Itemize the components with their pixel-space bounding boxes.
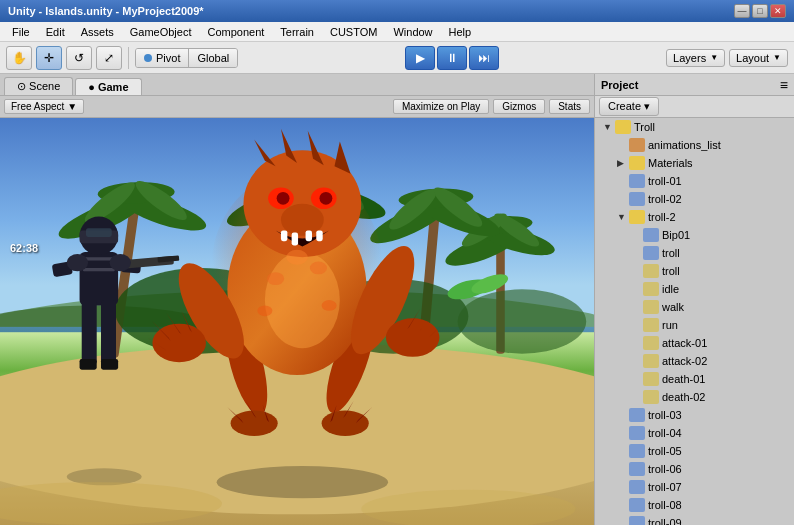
editor-tabs: ⊙ Scene ● Game: [0, 74, 594, 96]
menu-component[interactable]: Component: [199, 24, 272, 40]
tree-item-icon: [629, 192, 645, 206]
project-toolbar: Create ▾: [595, 96, 794, 118]
maximize-button[interactable]: □: [752, 4, 768, 18]
tree-item-death-01[interactable]: death-01: [595, 370, 794, 388]
tree-item-death-02[interactable]: death-02: [595, 388, 794, 406]
tree-item-walk[interactable]: walk: [595, 298, 794, 316]
tree-item-attack-02[interactable]: attack-02: [595, 352, 794, 370]
layout-dropdown[interactable]: Layout ▼: [729, 49, 788, 67]
menu-edit[interactable]: Edit: [38, 24, 73, 40]
layers-dropdown[interactable]: Layers ▼: [666, 49, 725, 67]
svg-point-84: [257, 305, 272, 316]
menu-gameobject[interactable]: GameObject: [122, 24, 200, 40]
svg-point-83: [286, 250, 307, 265]
coordinates-display: 62:38: [10, 242, 38, 254]
tree-item-label: animations_list: [648, 139, 721, 151]
tree-item-troll-04[interactable]: troll-04: [595, 424, 794, 442]
tree-item-troll-mesh[interactable]: troll: [595, 262, 794, 280]
layout-label: Layout: [736, 52, 769, 64]
layout-arrow-icon: ▼: [773, 53, 781, 62]
tree-item-label: troll-02: [648, 193, 682, 205]
pivot-button[interactable]: Pivot: [136, 49, 189, 67]
svg-point-87: [322, 410, 369, 436]
tree-item-idle[interactable]: idle: [595, 280, 794, 298]
game-tab[interactable]: ● Game: [75, 78, 141, 95]
svg-rect-42: [101, 359, 118, 370]
move-tool-button[interactable]: ✛: [36, 46, 62, 70]
tree-item-icon: [629, 516, 645, 525]
menu-help[interactable]: Help: [441, 24, 480, 40]
step-button[interactable]: ⏭: [469, 46, 499, 70]
tree-item-troll-02[interactable]: troll-02: [595, 190, 794, 208]
tree-item-label: troll-08: [648, 499, 682, 511]
tree-item-icon: [629, 210, 645, 224]
scene-svg: [0, 118, 594, 525]
svg-rect-38: [86, 228, 112, 237]
svg-rect-62: [281, 230, 287, 241]
tree-item-icon: [629, 408, 645, 422]
tree-item-label: attack-01: [662, 337, 707, 349]
tree-item-label: troll-09: [648, 517, 682, 525]
minimize-button[interactable]: —: [734, 4, 750, 18]
tree-item-troll-03[interactable]: troll-03: [595, 406, 794, 424]
svg-rect-40: [101, 300, 116, 364]
gizmos-button[interactable]: Gizmos: [493, 99, 545, 114]
project-menu-icon[interactable]: ≡: [780, 77, 788, 93]
menu-file[interactable]: File: [4, 24, 38, 40]
tree-item-troll-2[interactable]: ▼troll-2: [595, 208, 794, 226]
play-button[interactable]: ▶: [405, 46, 435, 70]
scale-tool-button[interactable]: ⤢: [96, 46, 122, 70]
rotate-tool-button[interactable]: ↺: [66, 46, 92, 70]
tree-item-troll-01[interactable]: troll-01: [595, 172, 794, 190]
pause-button[interactable]: ⏸: [437, 46, 467, 70]
menu-window[interactable]: Window: [385, 24, 440, 40]
pivot-dot: [144, 54, 152, 62]
menu-bar: File Edit Assets GameObject Component Te…: [0, 22, 794, 42]
tree-item-troll-09[interactable]: troll-09: [595, 514, 794, 525]
tree-item-icon: [643, 318, 659, 332]
tree-item-attack-01[interactable]: attack-01: [595, 334, 794, 352]
tree-item-troll-07[interactable]: troll-07: [595, 478, 794, 496]
aspect-dropdown[interactable]: Free Aspect ▼: [4, 99, 84, 114]
svg-point-55: [265, 252, 340, 348]
tree-item-icon: [629, 174, 645, 188]
svg-rect-64: [306, 230, 312, 241]
tree-item-label: idle: [662, 283, 679, 295]
tree-item-troll-05[interactable]: troll-05: [595, 442, 794, 460]
tree-item-animations_list[interactable]: animations_list: [595, 136, 794, 154]
tree-item-icon: [629, 444, 645, 458]
tree-item-troll[interactable]: ▼Troll: [595, 118, 794, 136]
menu-assets[interactable]: Assets: [73, 24, 122, 40]
maximize-on-play-button[interactable]: Maximize on Play: [393, 99, 489, 114]
close-button[interactable]: ✕: [770, 4, 786, 18]
create-button[interactable]: Create ▾: [599, 97, 659, 116]
hand-tool-button[interactable]: ✋: [6, 46, 32, 70]
toolbar-sep-1: [128, 47, 129, 69]
tree-item-run[interactable]: run: [595, 316, 794, 334]
tree-item-label: Bip01: [662, 229, 690, 241]
tree-item-troll-08[interactable]: troll-08: [595, 496, 794, 514]
global-button[interactable]: Global: [189, 49, 237, 67]
tree-item-label: troll-03: [648, 409, 682, 421]
tree-item-icon: [629, 498, 645, 512]
tree-item-label: run: [662, 319, 678, 331]
scene-tab[interactable]: ⊙ Scene: [4, 77, 73, 95]
pivot-label: Pivot: [156, 52, 180, 64]
tree-item-label: death-01: [662, 373, 705, 385]
tree-item-materials[interactable]: ▶Materials: [595, 154, 794, 172]
tree-item-icon: [629, 156, 645, 170]
title-bar: Unity - Islands.unity - MyProject2009* —…: [0, 0, 794, 22]
tree-item-bip01[interactable]: Bip01: [595, 226, 794, 244]
svg-point-94: [217, 466, 388, 498]
tree-item-icon: [643, 228, 659, 242]
tree-item-icon: [629, 138, 645, 152]
tree-item-troll-06[interactable]: troll-06: [595, 460, 794, 478]
tree-item-troll-bone[interactable]: troll: [595, 244, 794, 262]
menu-custom[interactable]: CUSTOM: [322, 24, 385, 40]
stats-button[interactable]: Stats: [549, 99, 590, 114]
main-area: ⊙ Scene ● Game Free Aspect ▼ Maximize on…: [0, 74, 794, 525]
menu-terrain[interactable]: Terrain: [272, 24, 322, 40]
svg-rect-48: [83, 268, 115, 271]
tree-item-icon: [643, 300, 659, 314]
project-header: Project ≡: [595, 74, 794, 96]
